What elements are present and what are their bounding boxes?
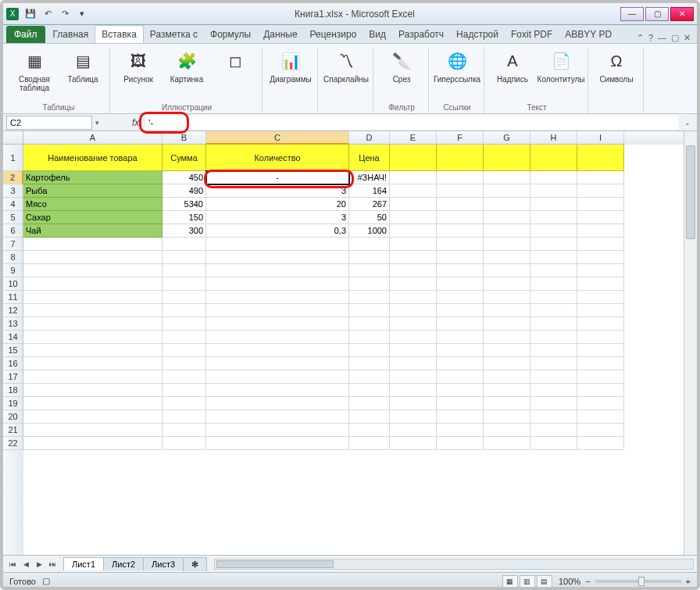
cell[interactable] xyxy=(484,304,530,317)
row-header-14[interactable]: 14 xyxy=(3,331,23,344)
column-header-I[interactable]: I xyxy=(577,131,624,145)
picture-button[interactable]: 🖼Рисунок xyxy=(116,47,160,84)
cell[interactable]: 50 xyxy=(349,211,390,224)
cell[interactable] xyxy=(437,410,484,424)
cell[interactable] xyxy=(23,370,162,384)
cell[interactable]: Сумма xyxy=(162,145,206,171)
name-box[interactable]: C2 xyxy=(6,116,92,130)
cell[interactable] xyxy=(437,277,484,291)
sheet-nav-prev[interactable]: ◀ xyxy=(20,558,32,570)
cell[interactable] xyxy=(437,251,484,264)
cell[interactable] xyxy=(162,331,206,344)
cell[interactable] xyxy=(206,384,349,397)
cell[interactable]: 0,3 xyxy=(206,224,349,238)
cell[interactable] xyxy=(437,184,484,198)
sheet-tab-2[interactable]: Лист2 xyxy=(103,557,144,570)
cell[interactable]: Наименование товара xyxy=(23,145,162,171)
cell[interactable]: Сахар xyxy=(23,211,162,224)
row-header-8[interactable]: 8 xyxy=(3,251,23,264)
formula-expand-icon[interactable]: ⌄ xyxy=(681,119,694,127)
column-header-G[interactable]: G xyxy=(484,131,530,145)
cell[interactable] xyxy=(484,410,530,424)
cell[interactable] xyxy=(162,238,206,251)
cell[interactable] xyxy=(530,277,577,291)
cell[interactable]: 3 xyxy=(206,211,349,224)
cell[interactable] xyxy=(162,344,206,357)
shapes-button[interactable]: ◻ xyxy=(213,47,257,75)
cell[interactable] xyxy=(437,317,484,331)
zoom-level[interactable]: 100% xyxy=(559,577,580,586)
cell[interactable] xyxy=(484,171,530,184)
cell[interactable] xyxy=(162,357,206,370)
cell[interactable] xyxy=(437,437,484,450)
cell[interactable] xyxy=(484,264,530,277)
cell[interactable] xyxy=(390,145,437,171)
cell[interactable] xyxy=(530,437,577,450)
cell[interactable]: 164 xyxy=(349,184,390,198)
cell[interactable] xyxy=(23,437,162,450)
cell[interactable] xyxy=(23,277,162,291)
row-header-5[interactable]: 5 xyxy=(3,211,23,224)
view-pagelayout[interactable]: ▥ xyxy=(520,575,535,588)
charts-button[interactable]: 📊Диаграммы xyxy=(269,47,312,84)
cell[interactable] xyxy=(23,357,162,370)
doc-restore-icon[interactable]: ▢ xyxy=(671,33,679,43)
cell[interactable] xyxy=(437,370,484,384)
zoom-slider[interactable] xyxy=(595,580,681,583)
cell[interactable]: Рыба xyxy=(23,184,162,198)
cell[interactable] xyxy=(390,277,437,291)
cell[interactable] xyxy=(577,424,624,437)
row-header-9[interactable]: 9 xyxy=(3,264,23,277)
cell[interactable] xyxy=(530,211,577,224)
cell[interactable] xyxy=(349,238,390,251)
cell[interactable]: 267 xyxy=(349,198,390,211)
cell[interactable] xyxy=(206,437,349,450)
cell[interactable] xyxy=(349,370,390,384)
tab-formulas[interactable]: Формулы xyxy=(204,26,257,43)
cell[interactable] xyxy=(206,317,349,331)
cell[interactable] xyxy=(162,424,206,437)
macro-record-icon[interactable]: ▢ xyxy=(42,576,50,586)
tab-insert[interactable]: Вставка xyxy=(95,25,144,43)
cell[interactable] xyxy=(390,437,437,450)
cell[interactable] xyxy=(162,410,206,424)
cell[interactable] xyxy=(437,344,484,357)
cell[interactable] xyxy=(206,291,349,304)
cell[interactable] xyxy=(437,171,484,184)
cell[interactable] xyxy=(206,264,349,277)
row-header-21[interactable]: 21 xyxy=(3,424,23,437)
cell[interactable] xyxy=(390,357,437,370)
sheet-nav-next[interactable]: ▶ xyxy=(33,558,45,570)
row-header-2[interactable]: 2 xyxy=(3,171,23,184)
tab-abbyy[interactable]: ABBYY PD xyxy=(559,26,618,43)
vertical-scrollbar[interactable] xyxy=(684,131,697,555)
row-header-3[interactable]: 3 xyxy=(3,184,23,198)
cell[interactable] xyxy=(349,424,390,437)
ribbon-minimize-icon[interactable]: ⌃ xyxy=(637,33,644,43)
cell[interactable] xyxy=(349,251,390,264)
cell[interactable] xyxy=(437,397,484,410)
tab-data[interactable]: Данные xyxy=(257,26,303,43)
cell[interactable] xyxy=(206,277,349,291)
cell[interactable] xyxy=(23,291,162,304)
cell[interactable] xyxy=(162,277,206,291)
cell[interactable] xyxy=(530,370,577,384)
cell[interactable] xyxy=(530,384,577,397)
tab-home[interactable]: Главная xyxy=(47,26,95,43)
cell[interactable] xyxy=(162,397,206,410)
cell[interactable] xyxy=(437,264,484,277)
undo-button[interactable]: ↶ xyxy=(41,7,55,21)
fx-icon[interactable]: fx xyxy=(129,117,142,128)
row-header-19[interactable]: 19 xyxy=(3,397,23,410)
cell[interactable] xyxy=(162,304,206,317)
row-header-16[interactable]: 16 xyxy=(3,357,23,370)
cell[interactable] xyxy=(23,424,162,437)
cell[interactable] xyxy=(162,384,206,397)
hyperlink-button[interactable]: 🌐Гиперссылка xyxy=(435,47,479,84)
close-button[interactable]: ✕ xyxy=(670,7,694,21)
cell[interactable] xyxy=(484,437,530,450)
cell[interactable] xyxy=(484,277,530,291)
row-header-18[interactable]: 18 xyxy=(3,384,23,397)
zoom-out-button[interactable]: − xyxy=(585,577,590,586)
cell[interactable] xyxy=(484,224,530,238)
